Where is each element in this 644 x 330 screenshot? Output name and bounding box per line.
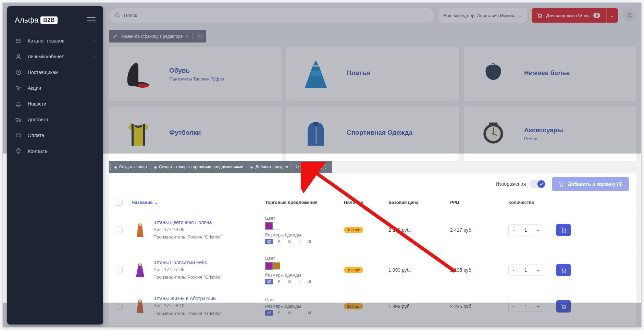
category-card[interactable]: Футболки xyxy=(109,106,282,161)
truck-icon xyxy=(15,116,22,123)
qty-plus-button[interactable]: + xyxy=(533,301,543,311)
editor-bar-label: Изменить страницу в редакторе xyxy=(121,34,183,39)
color-swatch[interactable] xyxy=(265,262,273,270)
size-option[interactable]: XL xyxy=(306,311,314,315)
category-card[interactable]: Нижнее белье xyxy=(464,47,636,101)
size-option[interactable]: XS xyxy=(265,239,273,244)
svg-point-30 xyxy=(562,272,563,272)
size-option[interactable]: L xyxy=(296,311,304,315)
qty-input[interactable] xyxy=(518,301,533,311)
category-card[interactable]: Обувь Пантолеты Тапочки Туфли xyxy=(109,47,282,101)
sidebar-item-promo[interactable]: Акции xyxy=(7,80,103,96)
size-option[interactable]: L xyxy=(296,240,304,244)
product-list: Изображения Добавить в корзину (0) Назва… xyxy=(109,173,636,326)
column-name[interactable]: Название ⌄ xyxy=(132,200,265,205)
pin-icon xyxy=(15,147,22,155)
product-toolbar: + Создать товар + Создать товар с торгов… xyxy=(109,161,332,173)
color-swatch[interactable] xyxy=(273,222,280,230)
size-option[interactable]: S xyxy=(275,311,283,315)
manager-dropdown[interactable]: Ваш менеджер: Анастасия Макина ⌄ xyxy=(439,8,527,23)
product-name[interactable]: Штаны Жизнь в Абстракции xyxy=(153,296,222,301)
qty-input[interactable] xyxy=(518,265,533,275)
cart-count: 9 xyxy=(593,13,600,18)
svg-point-18 xyxy=(629,13,631,15)
column-offers: Торговые предложения xyxy=(265,200,344,205)
collapse-icon[interactable] xyxy=(294,164,301,170)
offer-color-label: Цвет xyxy=(265,216,344,221)
toggle-switch[interactable] xyxy=(529,180,546,188)
add-to-cart-button[interactable]: Добавить в корзину (0) xyxy=(552,177,629,191)
sidebar-item-contacts[interactable]: Контакты xyxy=(7,143,103,159)
collapse-icon[interactable] xyxy=(197,33,204,40)
size-option[interactable]: XS xyxy=(265,310,273,316)
cart-icon xyxy=(560,267,567,273)
color-swatch[interactable] xyxy=(265,222,273,230)
sidebar-item-catalog[interactable]: Каталог товаров › xyxy=(7,33,103,49)
row-add-cart-button[interactable] xyxy=(556,264,571,276)
cart-dropdown[interactable]: ⌄ xyxy=(606,8,618,23)
add-section-button[interactable]: + Добавить раздел xyxy=(247,161,292,173)
size-option[interactable]: S xyxy=(275,240,283,244)
category-card[interactable]: Спортивная Одежда xyxy=(286,106,459,161)
logo-badge: B2B xyxy=(40,16,58,24)
size-option[interactable]: M xyxy=(285,240,294,244)
size-option[interactable]: M xyxy=(285,280,294,284)
row-add-cart-button[interactable] xyxy=(556,300,571,313)
category-image xyxy=(473,53,514,95)
rrc-price: 2 417 руб. xyxy=(450,227,508,233)
qty-input[interactable] xyxy=(518,225,533,235)
bell-icon xyxy=(15,100,22,108)
size-option[interactable]: XS xyxy=(265,279,273,284)
product-thumbnail xyxy=(132,296,149,316)
sidebar-item-account[interactable]: Личный кабинет › xyxy=(7,49,103,64)
qty-minus-button[interactable]: - xyxy=(509,301,518,311)
table-row: Штаны Цветочная Поляна Арт.: 177-79-05 П… xyxy=(109,210,636,250)
category-card[interactable]: Аксессуары Ремни xyxy=(464,106,636,161)
search-input[interactable] xyxy=(124,13,428,18)
size-option[interactable]: XL xyxy=(306,240,314,244)
sidebar-item-suppliers[interactable]: Поставщикам xyxy=(7,64,103,80)
gear-icon[interactable] xyxy=(301,164,309,170)
sidebar-item-payment[interactable]: Оплата xyxy=(7,127,103,143)
search-box[interactable] xyxy=(109,8,434,23)
create-product-offers-button[interactable]: + Создать товар с торговыми предложениям… xyxy=(150,161,247,173)
product-name[interactable]: Штаны Полосатый Рейс xyxy=(153,260,222,265)
color-swatch[interactable] xyxy=(273,262,280,270)
size-option[interactable]: S xyxy=(275,280,283,284)
svg-rect-29 xyxy=(139,263,141,266)
svg-rect-32 xyxy=(139,299,141,302)
row-checkbox[interactable] xyxy=(116,303,123,310)
product-name[interactable]: Штаны Цветочная Поляна xyxy=(153,220,222,225)
drag-handle-icon[interactable]: ⋮⋮ xyxy=(317,164,331,169)
toolbar-label: Создать товар xyxy=(119,164,147,169)
toggle-knob xyxy=(537,180,545,188)
select-all-checkbox[interactable] xyxy=(116,199,123,206)
chevron-down-icon[interactable]: ▾ xyxy=(310,165,314,169)
size-option[interactable]: M xyxy=(285,311,294,315)
sidebar-item-delivery[interactable]: Доставка xyxy=(7,112,103,127)
qty-minus-button[interactable]: - xyxy=(509,265,518,275)
avatar[interactable] xyxy=(623,9,636,22)
size-option[interactable]: L xyxy=(296,280,304,284)
qty-plus-button[interactable]: + xyxy=(533,265,543,275)
table-row: Штаны Полосатый Рейс Арт.: 177-77-05 Про… xyxy=(109,250,636,290)
row-add-cart-button[interactable] xyxy=(556,224,571,236)
cart-button[interactable]: Для закупки в IV кв. 9 ⌄ xyxy=(532,8,618,23)
qty-plus-button[interactable]: + xyxy=(533,225,543,235)
editor-bar[interactable]: Изменить страницу в редакторе ▾ xyxy=(109,30,206,42)
create-product-button[interactable]: + Создать товар xyxy=(111,161,150,173)
menu-toggle-icon[interactable] xyxy=(87,17,96,23)
qty-minus-button[interactable]: - xyxy=(509,225,518,235)
add-to-cart-label: Добавить в корзину (0) xyxy=(568,181,623,187)
offer-color-label: Цвет xyxy=(265,297,344,302)
images-toggle[interactable]: Изображения xyxy=(496,180,546,188)
row-checkbox[interactable] xyxy=(116,267,123,273)
size-option[interactable]: XL xyxy=(306,280,314,284)
sidebar-item-news[interactable]: Новости xyxy=(7,96,103,112)
stock-badge: 100 шт xyxy=(344,227,363,233)
row-checkbox[interactable] xyxy=(116,227,123,233)
svg-point-23 xyxy=(305,166,306,167)
svg-point-34 xyxy=(565,308,565,308)
category-card[interactable]: Платья xyxy=(286,47,459,101)
category-title: Платья xyxy=(347,69,370,77)
